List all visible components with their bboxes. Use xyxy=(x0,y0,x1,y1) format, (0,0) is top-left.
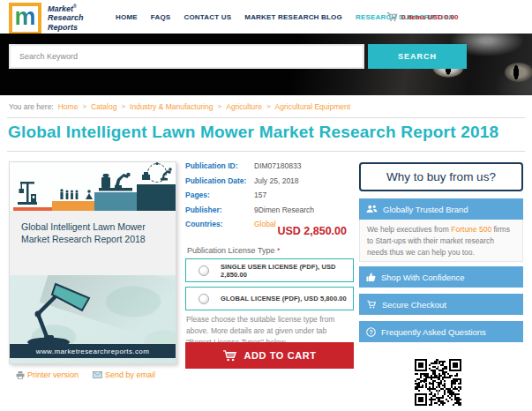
nav-contact-us[interactable]: CONTACT US xyxy=(184,13,231,21)
breadcrumb-separator: > xyxy=(121,102,125,110)
cart-icon xyxy=(366,300,377,309)
nav-home[interactable]: HOME xyxy=(116,13,138,21)
sidebar-item-faq[interactable]: ? Frequently Asked Questions xyxy=(359,321,523,342)
brand-name: Market® Research Reports xyxy=(48,3,84,35)
nav-faqs[interactable]: FAQS xyxy=(151,13,171,21)
share-links: Printer version Send by email xyxy=(16,370,155,379)
add-to-cart-button[interactable]: ADD TO CART xyxy=(185,342,354,369)
printer-version-link[interactable]: Printer version xyxy=(16,370,79,379)
search-input[interactable] xyxy=(9,44,364,69)
site-logo[interactable]: m Market® Research Reports xyxy=(9,3,84,35)
publisher-value: 9Dimen Research xyxy=(254,206,314,214)
crumb-agricultural-equipment[interactable]: Agricultural Equipment xyxy=(275,102,351,111)
pages-value: 157 xyxy=(254,191,266,199)
cart-icon xyxy=(386,11,398,22)
cover-art-industry xyxy=(10,162,176,211)
cover-step-strip xyxy=(13,207,52,211)
breadcrumb-separator: > xyxy=(266,102,271,110)
detail-row-publisher: Publisher:9Dimen Research xyxy=(185,206,354,214)
divider xyxy=(7,151,525,152)
why-buy-box: Why to buy from us? xyxy=(359,162,523,191)
svg-text:?: ? xyxy=(369,328,372,334)
top-bar: m Market® Research Reports HOME FAQS CON… xyxy=(0,0,532,34)
cart-icon xyxy=(222,349,237,362)
desk-lamp-icon xyxy=(15,280,112,347)
qr-code xyxy=(413,357,463,407)
breadcrumb: You are here: Home > Catalog > Industry … xyxy=(9,95,532,117)
detail-row-publication-id: Publication ID:DIM07180833 xyxy=(185,161,354,170)
users-icon xyxy=(366,205,378,213)
license-option-single-user[interactable]: SINGLE USER LICENSE (PDF), USD 2,850.00 xyxy=(185,258,354,282)
sidebar-item-shop-with-confidence[interactable]: Shop With Confidence xyxy=(359,266,523,288)
crumb-home[interactable]: Home xyxy=(58,102,79,111)
robot-arm-machine-icon xyxy=(97,168,134,191)
fortune-500-highlight: Fortune 500 xyxy=(451,225,491,234)
automation-globe-icon xyxy=(139,162,176,183)
header-cart[interactable]: 0 items USD 0.00 xyxy=(386,0,458,34)
breadcrumb-prefix: You are here: xyxy=(9,102,54,111)
cart-summary: 0 items USD 0.00 xyxy=(401,13,458,21)
logo-mark: m xyxy=(9,3,41,35)
cover-title: Global Intelligent Lawn Mower Market Res… xyxy=(10,211,176,275)
search-button[interactable]: SEARCH xyxy=(368,44,467,69)
publication-id-value: DIM07180833 xyxy=(254,161,301,170)
nav-blog[interactable]: MARKET RESEARCH BLOG xyxy=(244,13,342,21)
price: USD 2,850.00 xyxy=(277,225,347,237)
product-details: Publication ID:DIM07180833 Publication D… xyxy=(185,161,354,235)
email-icon xyxy=(93,371,102,378)
crumb-agriculture[interactable]: Agriculture xyxy=(226,102,262,111)
report-cover-image[interactable]: Global Intelligent Lawn Mower Market Res… xyxy=(9,161,176,364)
radio-single-user[interactable] xyxy=(199,265,209,276)
cover-map-art: www.marketresearchreports.com xyxy=(10,275,176,363)
sidebar-item-globally-trusted-brand[interactable]: Globally Trusted Brand xyxy=(359,198,523,220)
trusted-brand-description: We help executives from Fortune 500 firm… xyxy=(359,220,523,262)
crumb-catalog[interactable]: Catalog xyxy=(91,102,116,111)
page: m Market® Research Reports HOME FAQS CON… xyxy=(0,0,532,411)
printer-icon xyxy=(16,371,25,379)
radio-global[interactable] xyxy=(199,294,209,304)
cover-step-blue xyxy=(94,192,137,211)
detail-row-pages: Pages:157 xyxy=(185,191,354,199)
crumb-industry-manufacturing[interactable]: Industry & Manufacturing xyxy=(130,102,214,111)
breadcrumb-separator: > xyxy=(218,102,222,110)
divider xyxy=(7,117,525,118)
cover-website-url: www.marketresearchreports.com xyxy=(10,344,176,358)
sidebar-item-secure-checkout[interactable]: Secure Checkout xyxy=(359,294,523,315)
countries-global-link[interactable]: Global xyxy=(254,220,276,228)
publication-date-value: July 25, 2018 xyxy=(254,176,299,185)
people-row-icon xyxy=(59,189,94,200)
detail-row-publication-date: Publication Date:July 25, 2018 xyxy=(185,176,354,185)
page-title: Global Intelligent Lawn Mower Market Res… xyxy=(8,123,498,142)
cover-step-navy xyxy=(137,184,176,211)
thumbs-up-icon xyxy=(366,273,376,282)
logo-letter: m xyxy=(14,5,35,29)
question-icon: ? xyxy=(366,327,376,337)
crane-icon xyxy=(17,180,40,206)
send-by-email-link[interactable]: Send by email xyxy=(93,370,155,379)
required-asterisk: * xyxy=(277,246,281,255)
hero-banner: SEARCH xyxy=(0,34,532,95)
license-option-global[interactable]: GLOBAL LICENSE (PDF), USD 5,800.00 xyxy=(185,287,354,310)
registered-mark: ® xyxy=(73,4,77,9)
breadcrumb-separator: > xyxy=(82,102,86,110)
license-type-label: Publication License Type * xyxy=(187,246,280,255)
